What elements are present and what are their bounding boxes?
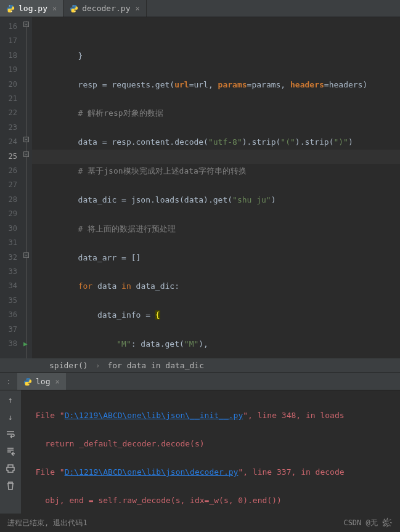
- run-toolbar: ↑ ↓: [0, 390, 21, 514]
- svg-point-1: [11, 10, 12, 11]
- fold-marker[interactable]: -: [23, 151, 29, 157]
- fold-marker[interactable]: -: [23, 252, 29, 258]
- run-gutter-icon[interactable]: ▶: [23, 340, 28, 348]
- fold-marker[interactable]: -: [23, 137, 29, 142]
- current-line-highlight: [32, 150, 400, 164]
- up-arrow-icon[interactable]: ↑: [5, 394, 16, 405]
- file-link[interactable]: D:\1219\ABCD\one\lib\json\__init__.py: [65, 411, 243, 420]
- fold-marker[interactable]: -: [23, 22, 29, 27]
- exit-status: 进程已结束, 退出代码1: [7, 518, 88, 528]
- breadcrumb-item[interactable]: spider(): [49, 361, 88, 370]
- editor-tabs: log.py × decoder.py ×: [0, 0, 400, 17]
- svg-point-0: [9, 6, 10, 6]
- status-bar: 进程已结束, 退出代码1 CSDN @无 羡҉: [0, 514, 400, 532]
- code-content[interactable]: } resp = requests.get(url=url, params=pa…: [32, 17, 400, 358]
- file-link[interactable]: D:\1219\ABCD\one\lib\json\decoder.py: [65, 467, 239, 477]
- breadcrumb[interactable]: spider() › for data in data_dic: [0, 358, 400, 373]
- python-icon: [70, 4, 78, 13]
- close-icon[interactable]: ×: [55, 377, 59, 386]
- breadcrumb-item[interactable]: for data in data_dic: [107, 361, 204, 370]
- python-icon: [23, 377, 32, 386]
- fold-gutter: - - - -: [22, 17, 32, 358]
- trash-icon[interactable]: [5, 480, 16, 491]
- down-arrow-icon[interactable]: ↓: [5, 411, 16, 422]
- run-tab-label: log: [36, 377, 50, 386]
- tab-label: decoder.py: [82, 4, 130, 13]
- soft-wrap-icon[interactable]: [5, 429, 16, 440]
- tool-window-label[interactable]: :: [0, 377, 17, 386]
- python-icon: [6, 4, 15, 13]
- chevron-right-icon: ›: [96, 361, 100, 370]
- code-editor[interactable]: 1617181920212223242526272829303132333435…: [0, 17, 400, 358]
- run-output-panel: ↑ ↓ File "D:\1219\ABCD\one\lib\json\__in…: [0, 390, 400, 514]
- svg-point-3: [75, 10, 75, 11]
- run-tab-log[interactable]: log ×: [17, 373, 66, 390]
- close-icon[interactable]: ×: [52, 4, 57, 13]
- tab-decoder-py[interactable]: decoder.py ×: [63, 0, 147, 17]
- line-gutter: 1617181920212223242526272829303132333435…: [0, 17, 22, 358]
- tab-label: log.py: [18, 4, 47, 13]
- scroll-to-end-icon[interactable]: [5, 446, 16, 457]
- print-icon[interactable]: [5, 463, 16, 474]
- log-tab-bar: : log ×: [0, 373, 400, 390]
- close-icon[interactable]: ×: [135, 4, 139, 13]
- watermark: CSDN @无 羡҉: [343, 518, 393, 528]
- console-output[interactable]: File "D:\1219\ABCD\one\lib\json\__init__…: [21, 390, 400, 514]
- tab-log-py[interactable]: log.py ×: [0, 0, 63, 17]
- svg-point-2: [73, 6, 73, 6]
